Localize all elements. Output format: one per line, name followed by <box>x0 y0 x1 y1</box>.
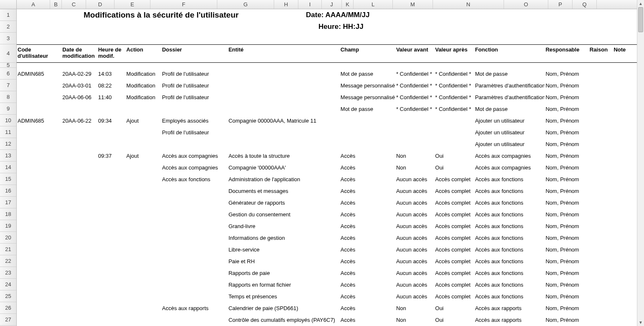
row-header-13[interactable]: 13 <box>0 150 16 162</box>
cell-entite[interactable]: Compagnie 00000AAA, Matricule 11 <box>228 118 340 124</box>
cell-entite[interactable]: Administration de l'application <box>228 176 340 182</box>
col-header-A[interactable]: A <box>17 0 50 9</box>
row-header-3[interactable]: 3 <box>0 33 16 44</box>
cell-avant[interactable]: * Confidentiel * <box>395 94 434 100</box>
cell-date[interactable]: 20AA-06-22 <box>61 118 97 124</box>
cell-fonction[interactable]: Accès aux fonctions <box>474 200 545 206</box>
cell-fonction[interactable]: Accès aux fonctions <box>474 282 545 288</box>
cell-champ[interactable]: Accès <box>340 176 395 182</box>
cell-action[interactable]: Ajout <box>125 153 161 159</box>
row-header-21[interactable]: 21 <box>0 244 16 255</box>
cell-resp[interactable]: Nom, Prénom <box>545 211 588 218</box>
cell-avant[interactable]: Aucun accès <box>395 270 434 276</box>
cell-fonction[interactable]: Accès aux fonctions <box>474 235 545 241</box>
cell-champ[interactable]: Accès <box>340 188 395 194</box>
col-header-F[interactable]: F <box>150 0 217 9</box>
cell-resp[interactable]: Nom, Prénom <box>545 71 588 77</box>
cell-action[interactable]: Modification <box>125 71 161 77</box>
cell-avant[interactable]: Non <box>395 305 434 311</box>
cell-apres[interactable]: Accès complet <box>434 270 474 276</box>
cell-fonction[interactable]: Accès aux rapports <box>474 305 545 311</box>
row-header-6[interactable]: 6 <box>0 68 16 80</box>
cell-champ[interactable]: Mot de passe <box>340 106 395 112</box>
cell-code[interactable]: ADMIN685 <box>17 118 50 124</box>
cell-apres[interactable]: * Confidentiel * <box>434 106 474 112</box>
col-header-I[interactable]: I <box>298 0 322 9</box>
cell-heure[interactable]: 09:37 <box>97 153 126 159</box>
cell-champ[interactable]: Accès <box>340 282 395 288</box>
row-header-10[interactable]: 10 <box>0 115 16 126</box>
cell-resp[interactable]: Nom, Prénom <box>545 246 588 253</box>
scroll-up-icon[interactable]: ▲ <box>637 0 644 7</box>
col-header-M[interactable]: M <box>393 0 433 9</box>
cell-entite[interactable]: Rapports de paie <box>228 270 340 276</box>
cell-fonction[interactable]: Accès aux fonctions <box>474 270 545 276</box>
cell-dossier[interactable]: Accès aux fonctions <box>161 176 228 182</box>
row-header-25[interactable]: 25 <box>0 290 16 302</box>
row-header-5[interactable]: 5 <box>0 63 16 68</box>
row-header-20[interactable]: 20 <box>0 232 16 244</box>
col-header-O[interactable]: O <box>504 0 548 9</box>
cell-resp[interactable]: Nom, Prénom <box>545 129 588 136</box>
cell-avant[interactable]: Non <box>395 153 434 159</box>
cell-apres[interactable]: Accès complet <box>434 211 474 218</box>
col-header-D[interactable]: D <box>86 0 115 9</box>
cell-fonction[interactable]: Accès aux fonctions <box>474 258 545 264</box>
row-header-27[interactable]: 27 <box>0 314 16 326</box>
col-header-G[interactable]: G <box>217 0 274 9</box>
row-header-2[interactable]: 2 <box>0 21 16 33</box>
cell-action[interactable]: Modification <box>125 94 161 100</box>
cell-resp[interactable]: Nom, Prénom <box>545 118 588 124</box>
cell-champ[interactable]: Accès <box>340 270 395 276</box>
cell-heure[interactable]: 08:22 <box>97 82 126 89</box>
col-header-K[interactable]: K <box>342 0 354 9</box>
cell-heure[interactable]: 11:40 <box>97 94 126 100</box>
cell-fonction[interactable]: Accès aux fonctions <box>474 223 545 229</box>
cell-resp[interactable]: Nom, Prénom <box>545 293 588 300</box>
row-header-4[interactable]: 4 <box>0 44 16 63</box>
row-header-8[interactable]: 8 <box>0 91 16 103</box>
select-all-corner[interactable] <box>0 0 17 9</box>
row-header-22[interactable]: 22 <box>0 255 16 267</box>
cell-entite[interactable]: Libre-service <box>228 246 340 253</box>
cell-entite[interactable]: Compagnie '00000AAA' <box>228 164 340 171</box>
cell-resp[interactable]: Nom, Prénom <box>545 270 588 276</box>
cell-dossier[interactable]: Profil de l'utilisateur <box>161 94 228 100</box>
cell-avant[interactable]: Aucun accès <box>395 223 434 229</box>
cell-fonction[interactable]: Ajouter un utilisateur <box>474 118 545 124</box>
cell-resp[interactable]: Nom, Prénom <box>545 258 588 264</box>
cell-avant[interactable]: Aucun accès <box>395 293 434 300</box>
cell-champ[interactable]: Accès <box>340 246 395 253</box>
cell-resp[interactable]: Nom, Prénom <box>545 176 588 182</box>
cell-resp[interactable]: Nom, Prénom <box>545 153 588 159</box>
cell-apres[interactable]: Oui <box>434 305 474 311</box>
cell-champ[interactable]: Accès <box>340 153 395 159</box>
vertical-scrollbar[interactable]: ▲ ▼ <box>637 0 644 326</box>
cell-apres[interactable]: Oui <box>434 164 474 171</box>
cell-dossier[interactable]: Accès aux rapports <box>161 305 228 311</box>
cell-entite[interactable]: Informations de gestion <box>228 235 340 241</box>
cell-resp[interactable]: Nom, Prénom <box>545 282 588 288</box>
cell-date[interactable]: 20AA-03-01 <box>61 82 97 89</box>
col-header-L[interactable]: L <box>354 0 393 9</box>
cell-apres[interactable]: Accès complet <box>434 223 474 229</box>
cell-fonction[interactable]: Paramètres d'authentification <box>474 94 545 100</box>
cell-champ[interactable]: Accès <box>340 317 395 323</box>
row-header-7[interactable]: 7 <box>0 80 16 91</box>
cell-apres[interactable]: * Confidentiel * <box>434 82 474 89</box>
cell-dossier[interactable]: Accès aux compagnies <box>161 153 228 159</box>
cell-champ[interactable]: Accès <box>340 258 395 264</box>
cell-apres[interactable]: Accès complet <box>434 246 474 253</box>
cell-action[interactable]: Ajout <box>125 118 161 124</box>
cell-heure[interactable]: 14:03 <box>97 71 126 77</box>
cell-resp[interactable]: Nom, Prénom <box>545 141 588 147</box>
row-header-23[interactable]: 23 <box>0 267 16 279</box>
cell-dossier[interactable]: Employés associés <box>161 118 228 124</box>
cell-champ[interactable]: Accès <box>340 211 395 218</box>
cell-resp[interactable]: Nom, Prénom <box>545 200 588 206</box>
cell-entite[interactable]: Paie et RH <box>228 258 340 264</box>
cell-dossier[interactable]: Profil de l'utilisateur <box>161 129 228 136</box>
cell-avant[interactable]: Aucun accès <box>395 188 434 194</box>
cell-fonction[interactable]: Mot de passe <box>474 71 545 77</box>
cell-resp[interactable]: Nom, Prénom <box>545 317 588 323</box>
